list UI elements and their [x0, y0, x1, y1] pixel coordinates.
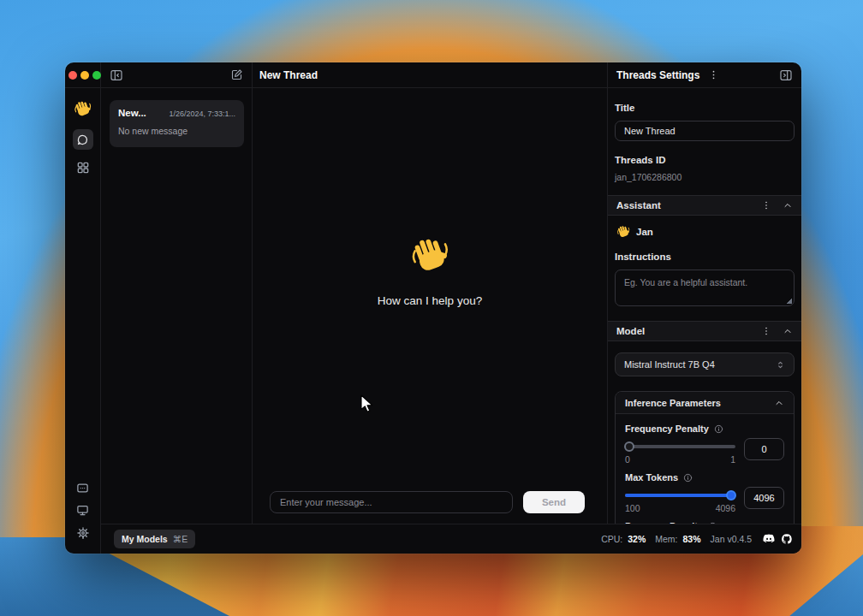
- panel-collapse-right-icon[interactable]: [779, 68, 793, 82]
- inference-parameters-header[interactable]: Inference Parameters: [616, 392, 794, 414]
- desktop: New... 1/26/2024, 7:33:1... No new messa…: [0, 0, 863, 616]
- slider-thumb[interactable]: [726, 490, 736, 500]
- title-label: Title: [615, 103, 795, 113]
- system-monitor-icon[interactable]: [76, 504, 89, 517]
- chat-threads-icon[interactable]: [73, 129, 93, 150]
- ribbon: [65, 62, 101, 554]
- chevron-up-icon[interactable]: [783, 326, 793, 336]
- assistant-name: Jan: [636, 227, 653, 237]
- frequency-penalty-slider[interactable]: [625, 445, 735, 448]
- slider-max: 1: [730, 454, 735, 465]
- slider-min: 0: [625, 454, 630, 465]
- settings-gear-icon[interactable]: [76, 526, 90, 540]
- threads-id-value: jan_1706286800: [615, 172, 795, 182]
- github-icon[interactable]: [781, 533, 793, 545]
- wave-emoji: [410, 236, 449, 275]
- info-icon[interactable]: [683, 473, 693, 483]
- max-tokens-label: Max Tokens: [625, 472, 678, 483]
- mem-label: Mem:: [655, 534, 677, 544]
- mouse-cursor: [360, 394, 375, 413]
- chevron-up-icon[interactable]: [783, 200, 793, 210]
- thread-title: New...: [118, 108, 146, 118]
- thread-preview: No new message: [118, 126, 235, 136]
- send-button[interactable]: Send: [523, 491, 585, 513]
- thread-list-panel: New... 1/26/2024, 7:33:1... No new messa…: [101, 62, 253, 554]
- status-bar: My Models ⌘E CPU: 32% Mem: 83% Jan v0.4.…: [101, 524, 801, 554]
- instructions-label: Instructions: [615, 252, 795, 262]
- settings-header-title: Threads Settings: [616, 69, 699, 81]
- panel-collapse-left-icon[interactable]: [110, 68, 123, 82]
- app-version: Jan v0.4.5: [711, 534, 752, 544]
- my-models-button[interactable]: My Models ⌘E: [114, 530, 195, 548]
- assistant-section-header[interactable]: Assistant: [608, 195, 801, 216]
- ribbon-titlebar: [65, 62, 100, 88]
- frequency-penalty-value[interactable]: 0: [744, 438, 784, 460]
- cpu-value: 32%: [628, 534, 646, 544]
- chevron-up-icon[interactable]: [774, 398, 784, 408]
- resize-handle[interactable]: [786, 298, 792, 304]
- kebab-menu-icon[interactable]: [761, 200, 771, 210]
- close-button[interactable]: [68, 71, 77, 80]
- max-tokens-value[interactable]: 4096: [744, 487, 784, 509]
- chat-header-title: New Thread: [253, 69, 318, 81]
- slider-max: 4096: [716, 503, 735, 513]
- greeting-text: How can I help you?: [378, 294, 482, 307]
- hub-grid-icon[interactable]: [76, 161, 90, 175]
- thread-list-item[interactable]: New... 1/26/2024, 7:33:1... No new messa…: [110, 100, 244, 147]
- jan-app-window: New... 1/26/2024, 7:33:1... No new messa…: [65, 62, 801, 554]
- zoom-button[interactable]: [92, 71, 101, 80]
- slider-thumb[interactable]: [624, 441, 634, 452]
- assistant-row: Jan: [615, 225, 795, 239]
- inference-parameters-card: Inference Parameters Frequency Penalty: [615, 391, 795, 524]
- model-select[interactable]: Mistral Instruct 7B Q4: [615, 352, 795, 376]
- kebab-menu-icon[interactable]: [761, 326, 771, 336]
- info-icon[interactable]: [714, 424, 723, 434]
- kebab-menu-icon[interactable]: [708, 69, 719, 80]
- traffic-lights: [68, 71, 101, 80]
- max-tokens-param: Max Tokens 100: [625, 472, 784, 513]
- assistant-header-label: Assistant: [616, 200, 661, 210]
- message-input[interactable]: [270, 491, 513, 513]
- frequency-penalty-label: Frequency Penalty: [625, 424, 709, 434]
- inference-parameters-label: Inference Parameters: [625, 398, 721, 408]
- new-thread-icon[interactable]: [230, 68, 243, 81]
- threads-id-label: Threads ID: [615, 155, 795, 165]
- chat-panel: New Thread How can I help you? Send: [253, 62, 608, 554]
- thread-timestamp: 1/26/2024, 7:33:1...: [169, 110, 235, 118]
- select-updown-icon: [776, 360, 785, 370]
- model-section-header[interactable]: Model: [608, 321, 801, 341]
- thread-title-input[interactable]: [615, 121, 795, 141]
- threads-settings-panel: Threads Settings Title Threads ID jan_17…: [608, 62, 801, 554]
- discord-icon[interactable]: [762, 534, 776, 545]
- model-selected-value: Mistral Instruct 7B Q4: [624, 359, 715, 370]
- shortcut-badge: ⌘E: [173, 534, 188, 544]
- mem-value: 83%: [683, 534, 701, 544]
- frequency-penalty-param: Frequency Penalty: [625, 424, 784, 465]
- minimize-button[interactable]: [80, 71, 89, 80]
- slider-min: 100: [625, 503, 640, 513]
- api-server-icon[interactable]: [76, 482, 89, 495]
- jan-logo-wave-icon: [74, 100, 92, 118]
- model-header-label: Model: [616, 326, 645, 336]
- instructions-textarea[interactable]: [615, 270, 795, 306]
- max-tokens-slider[interactable]: [625, 494, 735, 497]
- wave-emoji: [616, 225, 630, 239]
- cpu-label: CPU:: [601, 534, 622, 544]
